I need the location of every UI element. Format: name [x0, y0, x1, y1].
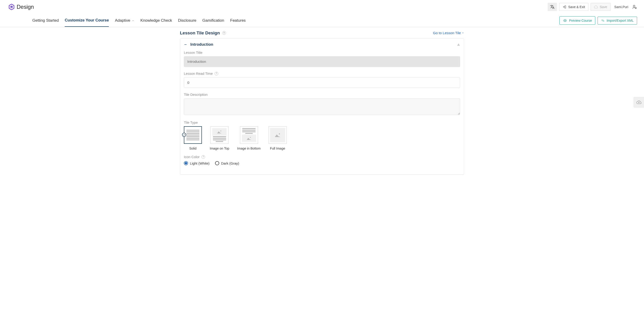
nav-disclosure[interactable]: Disclosure	[178, 14, 196, 26]
nav-label: Customize Your Course	[65, 18, 109, 23]
nav-label: Features	[230, 18, 246, 23]
import-export-label: Import/Export XML	[606, 19, 634, 22]
svg-point-3	[633, 5, 635, 7]
cloud-upload-button[interactable]	[634, 97, 644, 108]
radio-label: Light (White)	[190, 161, 210, 165]
goto-lesson-tile-link[interactable]: Go to Lesson Tile	[433, 31, 464, 35]
tile-option-image-top[interactable]: Image on Top	[210, 126, 229, 150]
tile-thumb-image-top	[210, 126, 228, 144]
help-icon[interactable]: ?	[214, 72, 218, 75]
icon-color-label-text: Icon Color	[184, 155, 200, 159]
user-gear-icon	[632, 4, 637, 9]
warning-icon	[457, 43, 460, 46]
read-time-field: Lesson Read Time ?	[184, 71, 460, 88]
svg-point-5	[564, 20, 566, 21]
nav-knowledge-check[interactable]: Knowledge Check	[140, 14, 172, 26]
translate-icon	[550, 4, 554, 9]
radio-light[interactable]: Light (White)	[184, 161, 210, 165]
nav-label: Gamification	[202, 18, 224, 23]
transfer-icon	[601, 19, 605, 22]
panel-title: Introduction	[190, 42, 213, 47]
nav-label: Getting Started	[32, 18, 59, 23]
image-placeholder-icon	[212, 128, 226, 135]
svg-point-11	[279, 133, 280, 135]
preview-course-button[interactable]: Preview Course	[560, 16, 595, 25]
radio-dark[interactable]: Dark (Gray)	[215, 161, 239, 165]
panel-body: Lesson Title Lesson Read Time ? Tile Des…	[180, 49, 464, 175]
nav-adaptive[interactable]: Adaptive	[115, 14, 134, 26]
svg-text:C: C	[11, 6, 12, 8]
description-textarea[interactable]	[184, 98, 460, 115]
brand-text: Design	[17, 4, 34, 10]
read-time-input[interactable]	[184, 77, 460, 88]
icon-color-radio-group: Light (White) Dark (Gray)	[184, 161, 460, 165]
app-header: C Design Save & Exit Save Sami.Puri	[0, 0, 644, 14]
help-icon[interactable]: ?	[222, 31, 226, 35]
save-label: Save	[600, 5, 607, 9]
tile-thumb-image-bottom	[240, 126, 258, 144]
svg-point-9	[250, 137, 251, 138]
main-nav: Getting Started Customize Your Course Ad…	[0, 14, 644, 27]
nav-features[interactable]: Features	[230, 14, 246, 26]
cloud-upload-icon	[636, 100, 642, 105]
svg-marker-12	[275, 135, 280, 137]
eye-icon	[563, 18, 567, 23]
tile-label: Full Image	[270, 147, 285, 150]
brand-logo-icon: C	[8, 4, 15, 10]
caret-down-icon	[462, 32, 464, 34]
radio-circle-checked	[184, 161, 188, 165]
svg-point-7	[220, 130, 221, 131]
username: Sami.Puri	[613, 5, 630, 9]
tile-option-image-bottom[interactable]: Image in Bottom	[237, 126, 261, 150]
description-label: Tile Description	[184, 93, 460, 96]
lesson-title-label: Lesson Title	[184, 50, 460, 54]
section-title: Lesson Tile Design ?	[180, 30, 226, 35]
save-exit-button[interactable]: Save & Exit	[559, 3, 588, 11]
image-placeholder-icon	[242, 135, 256, 142]
chevron-down-icon	[132, 19, 134, 22]
nav-gamification[interactable]: Gamification	[202, 14, 224, 26]
help-icon[interactable]: ?	[202, 155, 205, 159]
tile-option-full-image[interactable]: Full Image	[269, 126, 287, 150]
header-actions: Save & Exit Save Sami.Puri	[548, 3, 637, 11]
nav-label: Disclosure	[178, 18, 196, 23]
svg-marker-8	[217, 131, 222, 133]
lesson-title-field: Lesson Title	[184, 50, 460, 67]
radio-label: Dark (Gray)	[221, 161, 239, 165]
import-export-button[interactable]: Import/Export XML	[598, 17, 637, 24]
tile-type-options: Solid Image on Top	[184, 126, 460, 150]
lesson-panel: Introduction Lesson Title Lesson Read Ti…	[180, 38, 464, 175]
read-time-label: Lesson Read Time ?	[184, 71, 460, 75]
tile-label: Solid	[189, 147, 196, 150]
preview-label: Preview Course	[569, 19, 592, 22]
nav-customize-course[interactable]: Customize Your Course	[65, 14, 109, 27]
icon-color-label: Icon Color ?	[184, 155, 460, 159]
goto-label: Go to Lesson Tile	[433, 31, 461, 35]
save-button[interactable]: Save	[591, 3, 610, 11]
svg-marker-10	[247, 138, 251, 140]
description-field: Tile Description	[184, 93, 460, 116]
minus-icon	[184, 43, 187, 46]
tile-thumb-solid	[184, 126, 202, 144]
read-time-label-text: Lesson Read Time	[184, 71, 213, 75]
nav-right: Preview Course Import/Export XML	[560, 16, 637, 25]
save-exit-label: Save & Exit	[568, 5, 585, 9]
panel-header: Introduction	[180, 38, 464, 49]
translate-button[interactable]	[548, 3, 557, 11]
main-content: Lesson Tile Design ? Go to Lesson Tile I…	[180, 27, 464, 184]
tile-option-solid[interactable]: Solid	[184, 126, 202, 150]
nav-items: Getting Started Customize Your Course Ad…	[32, 14, 554, 27]
lesson-title-input	[184, 56, 460, 67]
brand: C Design	[8, 4, 34, 10]
section-title-text: Lesson Tile Design	[180, 30, 220, 35]
section-header: Lesson Tile Design ? Go to Lesson Tile	[180, 30, 464, 38]
check-icon	[182, 133, 186, 137]
nav-label: Knowledge Check	[140, 18, 172, 23]
icon-color-field: Icon Color ? Light (White) Dark (Gray)	[184, 155, 460, 165]
user-settings-button[interactable]	[632, 4, 637, 9]
nav-getting-started[interactable]: Getting Started	[32, 14, 59, 26]
tile-type-label: Tile Type	[184, 120, 460, 124]
collapse-button[interactable]	[184, 43, 188, 46]
nav-label: Adaptive	[115, 18, 130, 23]
exit-icon	[563, 5, 566, 9]
